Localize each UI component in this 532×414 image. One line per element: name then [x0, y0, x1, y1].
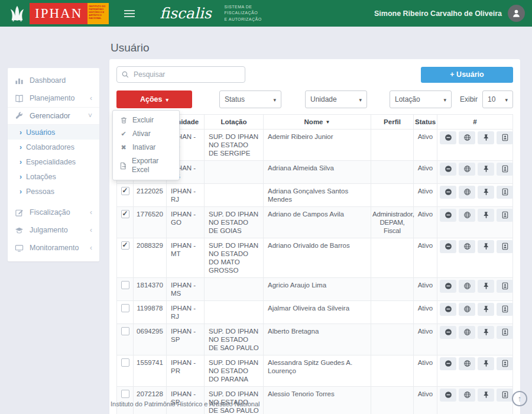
- row-checkbox[interactable]: [121, 327, 129, 335]
- globe-button[interactable]: [459, 389, 475, 402]
- col-header-nome[interactable]: Nome: [264, 115, 371, 130]
- pin-button[interactable]: [478, 163, 494, 176]
- contact-book-button[interactable]: [497, 131, 513, 144]
- ban-button[interactable]: [440, 163, 456, 176]
- contact-book-button[interactable]: [497, 326, 513, 339]
- page-size-select[interactable]: 10: [482, 90, 513, 108]
- iphan-emblem-icon: [8, 5, 26, 22]
- row-checkbox[interactable]: [121, 210, 129, 218]
- row-checkbox[interactable]: [121, 304, 129, 312]
- ban-button[interactable]: [440, 326, 456, 339]
- row-checkbox[interactable]: [121, 187, 129, 195]
- sidebar-item-fiscalizacao[interactable]: Fiscalização ‹: [8, 203, 99, 221]
- cell-perfil: Administrador, DEPAM, Fiscal: [371, 207, 414, 238]
- pin-button[interactable]: [478, 303, 494, 316]
- pin-button[interactable]: [478, 186, 494, 199]
- sidebar-item-lotacoes[interactable]: Lotações: [8, 169, 99, 184]
- book-icon: [15, 94, 24, 103]
- cell-matricula: 0694295: [134, 324, 167, 355]
- row-select-cell: [117, 238, 134, 278]
- ban-button[interactable]: [440, 209, 456, 222]
- sidebar-item-pessoas[interactable]: Pessoas: [8, 184, 99, 199]
- globe-button[interactable]: [459, 280, 475, 293]
- row-checkbox[interactable]: [121, 281, 129, 289]
- menu-item-exportar-excel[interactable]: Exportar Excel: [113, 154, 179, 177]
- page-title: Usuário: [111, 41, 149, 54]
- row-select-cell: [117, 207, 134, 238]
- sidebar-item-usuarios[interactable]: Usuários: [8, 125, 99, 140]
- pin-button[interactable]: [478, 326, 494, 339]
- globe-button[interactable]: [459, 209, 475, 222]
- caret-down-icon: [359, 95, 362, 104]
- menu-item-excluir[interactable]: Excluir: [113, 114, 179, 127]
- row-actions-cell: [437, 161, 513, 184]
- contact-book-button[interactable]: [497, 209, 513, 222]
- pin-button[interactable]: [478, 240, 494, 253]
- user-menu[interactable]: Simone Ribeiro Carvalho de Oliveira: [374, 5, 532, 22]
- ban-button[interactable]: [440, 357, 456, 370]
- contact-book-button[interactable]: [497, 357, 513, 370]
- sidebar-item-julgamento[interactable]: Julgamento ‹: [8, 221, 99, 239]
- cell-nome: Alessandra Spitz Guedes A. Lourenço: [264, 355, 371, 387]
- contact-book-button[interactable]: [497, 389, 513, 402]
- user-avatar-icon[interactable]: [508, 5, 525, 22]
- row-select-cell: [117, 278, 134, 301]
- pin-button[interactable]: [478, 389, 494, 402]
- col-header-lotacao[interactable]: Lotação: [205, 115, 264, 130]
- cell-lotacao: [205, 301, 264, 324]
- contact-book-button[interactable]: [497, 163, 513, 176]
- ban-button[interactable]: [440, 240, 456, 253]
- sidebar-item-dashboard[interactable]: Dashboard: [8, 72, 99, 89]
- table-row: 1199878IPHAN - RJAjalmar Oliveira da Sil…: [117, 301, 513, 324]
- globe-button[interactable]: [459, 131, 475, 144]
- ban-button[interactable]: [440, 186, 456, 199]
- scroll-top-button[interactable]: ↑: [512, 391, 527, 406]
- globe-button[interactable]: [459, 357, 475, 370]
- unidade-filter-select[interactable]: Unidade: [305, 90, 367, 108]
- col-header-actions: #: [437, 115, 513, 130]
- ban-button[interactable]: [440, 389, 456, 402]
- contact-book-button[interactable]: [497, 280, 513, 293]
- contact-book-button[interactable]: [497, 186, 513, 199]
- row-checkbox[interactable]: [121, 358, 129, 367]
- col-header-status[interactable]: Status: [414, 115, 437, 130]
- cell-matricula: 1814370: [134, 278, 167, 301]
- contact-book-button[interactable]: [497, 240, 513, 253]
- cell-nome: Adriana Gonçalves Santos Mendes: [264, 184, 371, 207]
- globe-button[interactable]: [459, 326, 475, 339]
- status-filter-select[interactable]: Status: [219, 90, 281, 108]
- cell-nome: Adriano de Campos Avila: [264, 207, 371, 238]
- check-icon: ✔: [119, 130, 128, 138]
- col-header-perfil[interactable]: Perfil: [371, 115, 414, 130]
- globe-button[interactable]: [459, 303, 475, 316]
- hamburger-menu-icon[interactable]: [124, 10, 135, 17]
- row-checkbox[interactable]: [121, 241, 129, 250]
- actions-dropdown-button[interactable]: Ações: [116, 90, 192, 108]
- row-checkbox[interactable]: [121, 390, 129, 398]
- ban-button[interactable]: [440, 303, 456, 316]
- sidebar-item-colaboradores[interactable]: Colaboradores: [8, 140, 99, 154]
- sidebar-item-monitoramento[interactable]: Monitoramento ‹: [8, 239, 99, 257]
- sidebar-item-planejamento[interactable]: Planejamento ‹: [8, 89, 99, 107]
- fiscalis-brand: fiscalis: [160, 5, 211, 22]
- sidebar-item-especialidades[interactable]: Especialidades: [8, 154, 99, 169]
- contact-book-button[interactable]: [497, 303, 513, 316]
- globe-button[interactable]: [459, 240, 475, 253]
- row-actions-cell: [437, 207, 513, 238]
- add-user-button[interactable]: + Usuário: [421, 67, 513, 83]
- ban-button[interactable]: [440, 131, 456, 144]
- search-input[interactable]: [116, 66, 245, 83]
- table-row: 1814370IPHAN - MSAgricio Araujo LimaAtiv…: [117, 278, 513, 301]
- pin-button[interactable]: [478, 131, 494, 144]
- sidebar-item-gerenciador[interactable]: Gerenciador ˅: [8, 107, 99, 125]
- cell-unidade: IPHAN - GO: [167, 207, 205, 238]
- pin-button[interactable]: [478, 280, 494, 293]
- pin-button[interactable]: [478, 357, 494, 370]
- menu-item-ativar[interactable]: ✔ Ativar: [113, 127, 179, 141]
- globe-button[interactable]: [459, 163, 475, 176]
- ban-button[interactable]: [440, 280, 456, 293]
- pin-button[interactable]: [478, 209, 494, 222]
- menu-item-inativar[interactable]: ✖ Inativar: [113, 141, 179, 154]
- lotacao-filter-select[interactable]: Lotação: [390, 90, 452, 108]
- globe-button[interactable]: [459, 186, 475, 199]
